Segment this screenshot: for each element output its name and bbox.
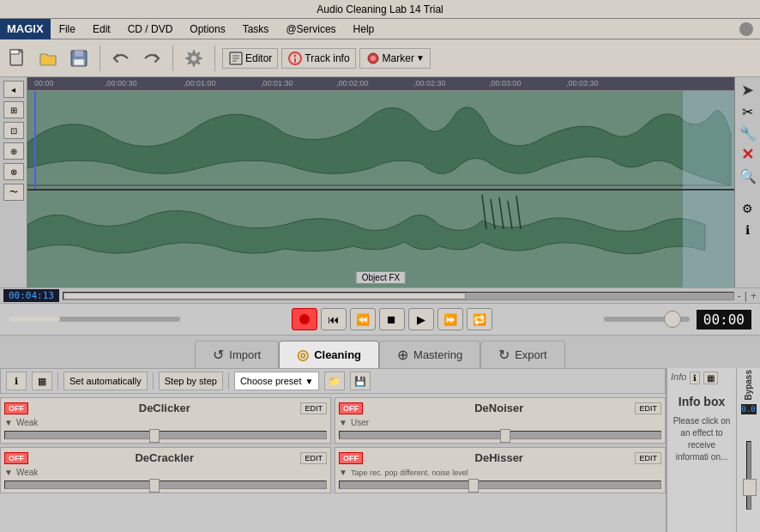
tab-export[interactable]: ↻ Export (480, 341, 565, 368)
waveform-bottom[interactable]: Object FX (27, 190, 734, 288)
fast-forward-button[interactable]: ⏩ (437, 308, 463, 330)
folder-btn[interactable]: 📁 (324, 372, 345, 390)
decrackler-edit[interactable]: EDIT (300, 452, 327, 464)
info-btn-small[interactable]: ℹ (690, 372, 700, 384)
decrackler-state[interactable]: OFF (4, 452, 28, 464)
track-info-tool[interactable]: Track info (281, 48, 355, 69)
tab-cleaning[interactable]: ◎ Cleaning (279, 341, 379, 368)
record-button[interactable] (292, 308, 317, 330)
decrackler-slider-thumb[interactable] (149, 479, 160, 493)
choose-preset-dropdown[interactable]: Choose preset ▼ (234, 372, 319, 390)
wrench-tool[interactable]: 🔧 (739, 124, 757, 142)
dehisser-header: OFF DeHisser EDIT (339, 451, 661, 464)
denoiser-slider[interactable] (339, 431, 661, 439)
menu-options[interactable]: Options (181, 21, 233, 38)
save-preset-btn[interactable]: 💾 (350, 372, 371, 390)
undo-button[interactable] (107, 45, 135, 72)
denoiser-arrow[interactable]: ▼ (339, 418, 347, 427)
zoom-in-btn[interactable]: + (751, 290, 757, 302)
zoom-out-btn[interactable]: - (738, 290, 741, 302)
step-by-step-button[interactable]: Step by step (159, 372, 223, 390)
play-button[interactable]: ▶ (408, 308, 434, 330)
menu-cd-dvd[interactable]: CD / DVD (119, 21, 182, 38)
menu-file[interactable]: File (51, 21, 84, 38)
menu-services[interactable]: @Services (277, 21, 344, 38)
marker-label: Marker (383, 52, 414, 64)
denoiser-slider-thumb[interactable] (500, 429, 510, 443)
scroll-time-display: 00:04:13 (3, 289, 59, 302)
track-btn-2[interactable]: ⊞ (3, 101, 24, 118)
playhead[interactable] (34, 91, 36, 189)
marker-tool[interactable]: Marker ▼ (359, 48, 431, 69)
declicker-slider[interactable] (4, 431, 327, 439)
dehisser-edit[interactable]: EDIT (635, 452, 661, 464)
arrow-tool[interactable]: ➤ (739, 81, 757, 100)
dehisser-slider-thumb[interactable] (468, 479, 479, 493)
bypass-slider-knob[interactable] (743, 479, 757, 496)
declicker-slider-thumb[interactable] (149, 429, 160, 443)
volume-slider[interactable] (604, 317, 690, 322)
stop-button[interactable]: ⏹ (379, 308, 405, 330)
zoom-bar[interactable]: | (745, 290, 747, 302)
waveform-top[interactable] (27, 91, 734, 190)
settings-button[interactable] (180, 45, 208, 72)
grid-btn-small[interactable]: ▦ (703, 372, 718, 384)
object-fx-label[interactable]: Object FX (356, 271, 406, 284)
zoom-tool[interactable]: 🔍 (739, 166, 757, 185)
track-btn-4[interactable]: ⊕ (3, 142, 24, 160)
svg-rect-1 (10, 50, 19, 54)
decrackler-slider[interactable] (4, 481, 327, 489)
open-button[interactable] (34, 45, 62, 72)
main-tabs: ↺ Import ◎ Cleaning ⊕ Mastering ↻ Export (0, 336, 760, 368)
transport-bar: ⏮ ⏪ ⏹ ▶ ⏩ 🔁 00:00 (0, 303, 760, 336)
info-btn[interactable]: ℹ (6, 372, 27, 390)
scroll-thumb[interactable] (63, 293, 466, 299)
prev-button[interactable]: ⏮ (321, 308, 347, 330)
declicker-edit[interactable]: EDIT (300, 402, 327, 414)
scroll-bar: 00:04:13 - | + (0, 287, 760, 303)
grid-btn[interactable]: ▦ (32, 372, 52, 390)
denoiser-state[interactable]: OFF (339, 402, 363, 414)
settings-tool[interactable]: ⚙ (739, 199, 757, 218)
cleaning-label: Cleaning (314, 348, 361, 361)
delete-tool[interactable]: ✕ (739, 145, 757, 164)
cut-tool[interactable]: ✂ (739, 102, 757, 121)
denoiser-edit[interactable]: EDIT (635, 402, 661, 414)
dehisser-state[interactable]: OFF (339, 452, 363, 464)
menu-tasks[interactable]: Tasks (234, 21, 278, 38)
save-button[interactable] (65, 45, 93, 72)
editor-tool[interactable]: Editor (222, 48, 278, 69)
declicker-state[interactable]: OFF (4, 402, 28, 414)
rewind-button[interactable]: ⏪ (350, 308, 376, 330)
dehisser-arrow[interactable]: ▼ (339, 468, 347, 477)
effect-declicker: OFF DeClicker EDIT ▼ Weak (0, 397, 331, 444)
tab-import[interactable]: ↺ Import (195, 341, 279, 368)
dehisser-slider[interactable] (339, 481, 661, 489)
transport-left-slider[interactable] (9, 317, 180, 322)
info-box-title: Info box (671, 395, 733, 408)
info-tool-right[interactable]: ℹ (739, 221, 757, 239)
redo-button[interactable] (138, 45, 166, 72)
track-btn-3[interactable]: ⊡ (3, 122, 24, 139)
horizontal-scrollbar[interactable] (63, 292, 734, 300)
marker-arrow[interactable]: ▼ (416, 53, 425, 63)
import-label: Import (229, 348, 261, 361)
tab-mastering[interactable]: ⊕ Mastering (379, 341, 480, 368)
decrackler-sub-label: Weak (16, 468, 38, 477)
magix-logo[interactable]: MAGIX (0, 19, 51, 39)
loop-button[interactable]: 🔁 (467, 308, 492, 330)
track-left-panel: ◂ ⊞ ⊡ ⊕ ⊗ 〜 (0, 77, 27, 287)
decrackler-arrow[interactable]: ▼ (4, 468, 13, 477)
volume-knob[interactable] (664, 311, 681, 328)
new-button[interactable] (3, 45, 31, 72)
declicker-arrow[interactable]: ▼ (4, 418, 13, 427)
preset-arrow-icon: ▼ (305, 377, 313, 386)
set-auto-button[interactable]: Set automatically (63, 372, 148, 390)
menu-edit[interactable]: Edit (84, 21, 119, 38)
track-btn-6[interactable]: 〜 (3, 184, 24, 201)
menu-help[interactable]: Help (345, 21, 383, 38)
bypass-slider-bg[interactable] (746, 441, 751, 510)
denoiser-name: DeNoiser (366, 402, 631, 414)
track-btn-1[interactable]: ◂ (3, 81, 24, 98)
track-btn-5[interactable]: ⊗ (3, 163, 24, 180)
